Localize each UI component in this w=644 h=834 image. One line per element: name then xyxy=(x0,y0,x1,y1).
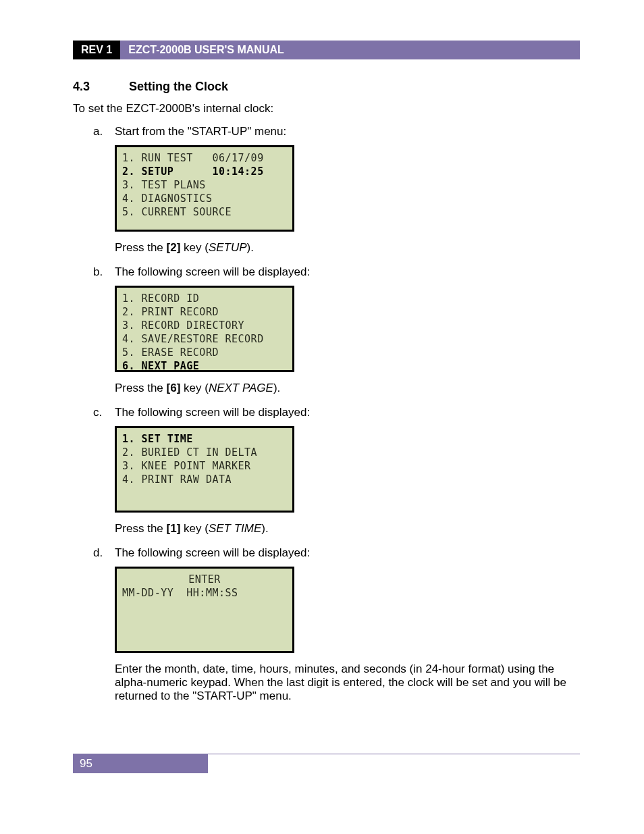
page-number: 95 xyxy=(73,754,208,773)
step-body: The following screen will be displayed: xyxy=(115,265,580,279)
step-body: The following screen will be displayed: xyxy=(115,406,580,419)
lcd-screen-c: 1. SET TIME 2. BURIED CT IN DELTA 3. KNE… xyxy=(115,426,294,513)
lcd-line: 4. SAVE/RESTORE RECORD xyxy=(122,333,264,345)
lcd-line: 4. DIAGNOSTICS xyxy=(122,192,212,205)
step-c: c. The following screen will be displaye… xyxy=(93,406,580,419)
section-heading: 4.3 Setting the Clock xyxy=(73,80,580,94)
section-number: 4.3 xyxy=(73,80,126,94)
step-marker: c. xyxy=(93,406,115,419)
lcd-line: 10:14:25 xyxy=(212,165,263,178)
lcd-line: 2. BURIED CT IN DELTA xyxy=(122,446,257,459)
page: REV 1 EZCT-2000B USER'S MANUAL 4.3 Setti… xyxy=(0,0,644,834)
lcd-line: 3. RECORD DIRECTORY xyxy=(122,319,244,332)
lcd-line: 2. PRINT RECORD xyxy=(122,306,219,318)
section-title: Setting the Clock xyxy=(129,80,228,93)
step-a: a. Start from the "START-UP" menu: xyxy=(93,125,580,138)
key-name: SET TIME xyxy=(209,522,261,535)
press-mid: key ( xyxy=(180,241,209,254)
step-marker: b. xyxy=(93,265,115,279)
press-instruction-a: Press the [2] key (SETUP). xyxy=(115,241,580,255)
lcd-screen-d: ENTERMM-DD-YY HH:MM:SS xyxy=(115,567,294,653)
lcd-line: MM-DD-YY HH:MM:SS xyxy=(122,587,238,599)
step-body: Start from the "START-UP" menu: xyxy=(115,125,580,138)
step-b: b. The following screen will be displaye… xyxy=(93,265,580,279)
lcd-line: 5. CURRENT SOURCE xyxy=(122,206,232,218)
key-label: [2] xyxy=(167,241,181,254)
lcd-line: 1. RUN TEST xyxy=(122,152,193,164)
key-name: NEXT PAGE xyxy=(209,382,273,394)
key-label: [6] xyxy=(167,382,181,394)
footer-bar: 95 xyxy=(73,754,580,773)
header-bar: REV 1 EZCT-2000B USER'S MANUAL xyxy=(73,41,580,59)
step-marker: d. xyxy=(93,546,115,560)
lcd-line: 2. SETUP xyxy=(122,165,173,178)
press-instruction-b: Press the [6] key (NEXT PAGE). xyxy=(115,382,580,395)
press-instruction-c: Press the [1] key (SET TIME). xyxy=(115,522,580,536)
step-d: d. The following screen will be displaye… xyxy=(93,546,580,560)
press-pre: Press the xyxy=(115,382,167,394)
header-title: EZCT-2000B USER'S MANUAL xyxy=(120,41,580,59)
press-post: ). xyxy=(247,241,254,254)
press-pre: Press the xyxy=(115,522,167,535)
press-mid: key ( xyxy=(180,382,209,394)
header-revision: REV 1 xyxy=(73,41,120,59)
lcd-line: 1. SET TIME xyxy=(122,433,193,445)
lcd-line: 06/17/09 xyxy=(212,152,263,164)
lcd-screen-b: 1. RECORD ID 2. PRINT RECORD 3. RECORD D… xyxy=(115,286,294,372)
press-post: ). xyxy=(261,522,268,535)
lcd-line: 1. RECORD ID xyxy=(122,292,199,305)
lcd-line: ENTER xyxy=(122,573,287,586)
step-marker: a. xyxy=(93,125,115,138)
key-name: SETUP xyxy=(209,241,247,254)
step-body: The following screen will be displayed: xyxy=(115,546,580,560)
lcd-line: 5. ERASE RECORD xyxy=(122,346,219,359)
press-pre: Press the xyxy=(115,241,167,254)
final-instruction: Enter the month, date, time, hours, minu… xyxy=(115,662,580,703)
press-mid: key ( xyxy=(180,522,209,535)
intro-text: To set the EZCT-2000B's internal clock: xyxy=(73,102,580,115)
lcd-line: 3. KNEE POINT MARKER xyxy=(122,460,251,472)
lcd-line: 4. PRINT RAW DATA xyxy=(122,473,232,486)
lcd-screen-a: 1. RUN TEST 06/17/09 2. SETUP 10:14:25 3… xyxy=(115,145,294,232)
lcd-line: 6. NEXT PAGE xyxy=(122,360,199,372)
lcd-line: 3. TEST PLANS xyxy=(122,179,206,191)
key-label: [1] xyxy=(167,522,181,535)
press-post: ). xyxy=(273,382,280,394)
